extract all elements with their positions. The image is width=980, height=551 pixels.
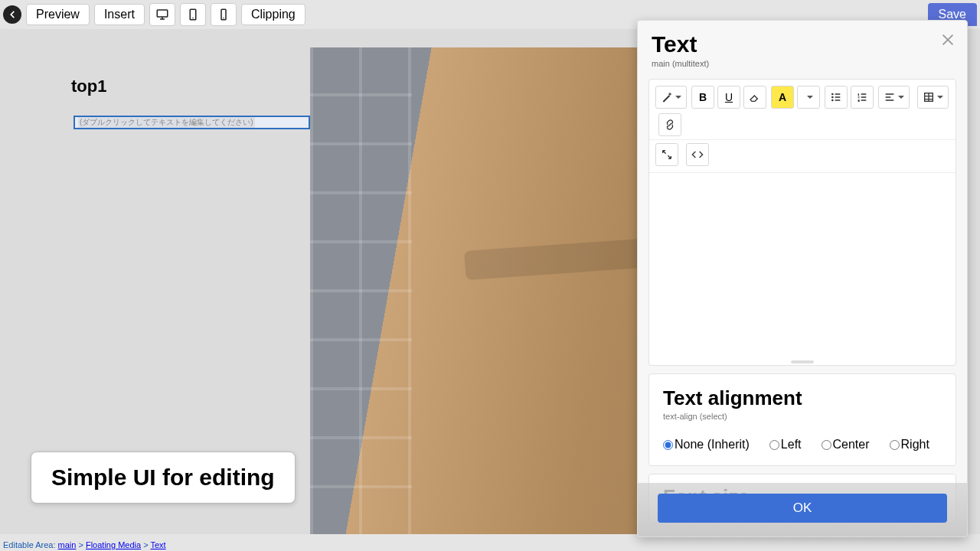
source-code-button[interactable] [686,143,709,166]
page-heading: top1 [71,77,106,96]
bullet-list-icon [830,91,842,103]
svg-point-6 [831,96,834,99]
breadcrumb: Editable Area: main > Floating Media > T… [3,540,166,549]
text-properties-panel: Text main (multitext) B U A [637,20,968,537]
svg-point-7 [831,99,834,102]
panel-scroll[interactable]: B U A [638,71,967,536]
svg-rect-0 [157,10,168,17]
tablet-icon [186,8,200,21]
device-tablet-button[interactable] [180,3,206,26]
expand-icon [661,148,673,161]
fullscreen-button[interactable] [655,143,678,166]
editable-textfield[interactable]: (ダブルクリックしてテキストを編集してください) [74,116,310,129]
align-none-radio[interactable] [663,440,673,450]
align-left-radio[interactable] [769,440,779,450]
breadcrumb-prefix: Editable Area: [3,540,56,549]
insert-button[interactable]: Insert [94,4,145,25]
align-options: None (Inherit) Left Center Right [663,438,942,452]
arrow-left-icon [7,9,18,20]
bold-button[interactable]: B [691,86,714,109]
panel-footer: OK [638,483,967,536]
svg-point-5 [831,93,834,96]
eraser-icon [749,91,761,103]
richtext-toolbar: B U A [649,80,956,140]
link-icon [664,119,676,131]
device-phone-button[interactable] [211,3,237,26]
align-left[interactable]: Left [769,438,802,452]
separator-icon: > [78,540,85,549]
numbered-list-button[interactable] [851,86,874,109]
resize-handle[interactable] [791,360,814,364]
svg-point-4 [223,18,224,19]
link-button[interactable] [658,113,681,136]
svg-point-2 [192,18,194,19]
align-center-radio[interactable] [822,440,831,450]
textfield-placeholder: (ダブルクリックしてテキストを編集してください) [78,117,255,128]
panel-header: Text main (multitext) [638,21,967,71]
table-dropdown[interactable] [917,86,949,109]
align-center-label: Center [833,438,870,452]
bullet-list-button[interactable] [825,86,848,109]
align-left-label: Left [781,438,802,452]
richtext-area[interactable] [649,172,956,365]
align-dropdown[interactable] [878,86,910,109]
panel-close-button[interactable] [939,31,956,48]
device-desktop-button[interactable] [149,3,175,26]
text-color-dropdown[interactable] [797,86,820,109]
breadcrumb-text[interactable]: Text [150,540,165,549]
panel-subtitle: main (multitext) [652,59,953,68]
breadcrumb-main[interactable]: main [58,540,77,549]
align-icon [884,91,896,103]
code-icon [691,148,704,161]
callout-box: Simple UI for editing [31,452,296,504]
magic-wand-icon [661,91,673,103]
underline-button[interactable]: U [717,86,740,109]
align-center[interactable]: Center [822,438,870,452]
align-right-label: Right [901,438,929,452]
text-color-button[interactable]: A [771,86,794,109]
align-right[interactable]: Right [890,438,929,452]
align-none-label: None (Inherit) [675,438,750,452]
align-subtitle: text-align (select) [663,412,942,421]
text-alignment-card: Text alignment text-align (select) None … [648,373,956,466]
align-title: Text alignment [663,386,942,410]
magic-format-button[interactable] [655,86,687,109]
clipping-button[interactable]: Clipping [241,4,305,25]
align-none[interactable]: None (Inherit) [663,438,750,452]
back-button[interactable] [3,5,21,24]
close-icon [939,31,956,48]
phone-icon [217,8,230,21]
richtext-editor-card: B U A [648,79,956,366]
align-right-radio[interactable] [890,440,900,450]
eraser-button[interactable] [743,86,766,109]
preview-button[interactable]: Preview [26,4,90,25]
ok-button[interactable]: OK [658,494,947,523]
desktop-icon [155,8,169,21]
table-icon [923,91,935,103]
numbered-list-icon [856,91,868,103]
breadcrumb-floating-media[interactable]: Floating Media [86,540,141,549]
panel-title: Text [652,31,953,57]
